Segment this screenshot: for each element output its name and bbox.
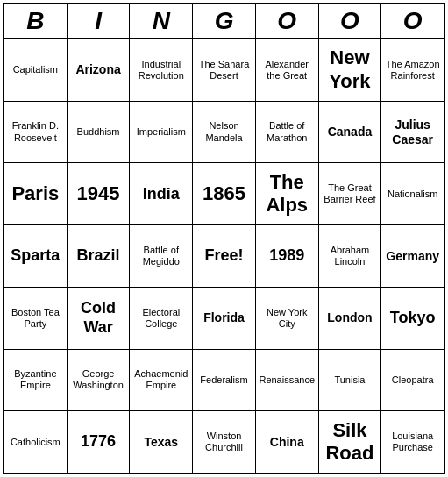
grid-row-5: Byzantine EmpireGeorge WashingtonAchaeme… [4, 350, 444, 412]
grid-row-1: Franklin D. RooseveltBuddhismImperialism… [4, 102, 444, 164]
cell-6-5[interactable]: Silk Road [319, 411, 382, 473]
grid-row-4: Boston Tea PartyCold WarElectoral Colleg… [4, 288, 444, 350]
grid-row-0: CapitalismArizonaIndustrial RevolutionTh… [4, 39, 444, 102]
cell-1-6[interactable]: Julius Caesar [381, 102, 444, 163]
cell-4-1[interactable]: Cold War [68, 288, 131, 349]
cell-5-3[interactable]: Federalism [193, 350, 256, 411]
cell-2-2[interactable]: India [130, 163, 193, 224]
grid: CapitalismArizonaIndustrial RevolutionTh… [4, 39, 444, 473]
cell-5-4[interactable]: Renaissance [256, 350, 319, 411]
cell-2-0[interactable]: Paris [4, 163, 68, 224]
cell-4-5[interactable]: London [319, 288, 382, 349]
cell-3-3[interactable]: Free! [193, 225, 256, 287]
cell-4-0[interactable]: Boston Tea Party [4, 288, 68, 349]
header-letter-O: O [256, 4, 319, 38]
cell-1-4[interactable]: Battle of Marathon [256, 102, 319, 163]
cell-3-2[interactable]: Battle of Megiddo [130, 225, 193, 287]
cell-4-4[interactable]: New York City [256, 288, 319, 349]
header-letter-O: O [381, 4, 444, 38]
cell-0-4[interactable]: Alexander the Great [256, 39, 319, 101]
cell-2-1[interactable]: 1945 [68, 163, 131, 224]
cell-6-1[interactable]: 1776 [68, 411, 131, 473]
header-row: BINGOOO [4, 4, 444, 39]
cell-0-0[interactable]: Capitalism [4, 39, 68, 101]
bingo-card: BINGOOO CapitalismArizonaIndustrial Revo… [3, 3, 445, 474]
cell-2-6[interactable]: Nationalism [381, 163, 444, 224]
cell-6-3[interactable]: Winston Churchill [193, 411, 256, 473]
cell-1-0[interactable]: Franklin D. Roosevelt [4, 102, 68, 163]
cell-2-5[interactable]: The Great Barrier Reef [319, 163, 382, 224]
grid-row-6: Catholicism1776TexasWinston ChurchillChi… [4, 411, 444, 473]
cell-4-2[interactable]: Electoral College [130, 288, 193, 349]
cell-5-1[interactable]: George Washington [68, 350, 131, 411]
cell-6-4[interactable]: China [256, 411, 319, 473]
cell-3-5[interactable]: Abraham Lincoln [319, 225, 382, 287]
cell-5-5[interactable]: Tunisia [319, 350, 382, 411]
cell-6-0[interactable]: Catholicism [4, 411, 68, 473]
cell-3-4[interactable]: 1989 [256, 225, 319, 287]
cell-4-3[interactable]: Florida [193, 288, 256, 349]
cell-2-3[interactable]: 1865 [193, 163, 256, 224]
cell-1-2[interactable]: Imperialism [130, 102, 193, 163]
cell-1-3[interactable]: Nelson Mandela [193, 102, 256, 163]
header-letter-B: B [4, 4, 68, 38]
cell-6-2[interactable]: Texas [130, 411, 193, 473]
cell-0-1[interactable]: Arizona [68, 39, 131, 101]
cell-5-6[interactable]: Cleopatra [381, 350, 444, 411]
header-letter-N: N [130, 4, 193, 38]
cell-5-0[interactable]: Byzantine Empire [4, 350, 68, 411]
cell-6-6[interactable]: Louisiana Purchase [381, 411, 444, 473]
cell-0-5[interactable]: New York [319, 39, 382, 101]
cell-3-0[interactable]: Sparta [4, 225, 68, 287]
cell-3-1[interactable]: Brazil [68, 225, 131, 287]
cell-0-2[interactable]: Industrial Revolution [130, 39, 193, 101]
grid-row-2: Paris1945India1865The AlpsThe Great Barr… [4, 163, 444, 225]
header-letter-G: G [193, 4, 256, 38]
cell-5-2[interactable]: Achaemenid Empire [130, 350, 193, 411]
cell-4-6[interactable]: Tokyo [381, 288, 444, 349]
cell-1-1[interactable]: Buddhism [68, 102, 131, 163]
cell-0-3[interactable]: The Sahara Desert [193, 39, 256, 101]
grid-row-3: SpartaBrazilBattle of MegiddoFree!1989Ab… [4, 225, 444, 288]
header-letter-I: I [68, 4, 131, 38]
header-letter-O: O [319, 4, 382, 38]
cell-3-6[interactable]: Germany [381, 225, 444, 287]
cell-1-5[interactable]: Canada [319, 102, 382, 163]
cell-0-6[interactable]: The Amazon Rainforest [381, 39, 444, 101]
cell-2-4[interactable]: The Alps [256, 163, 319, 224]
